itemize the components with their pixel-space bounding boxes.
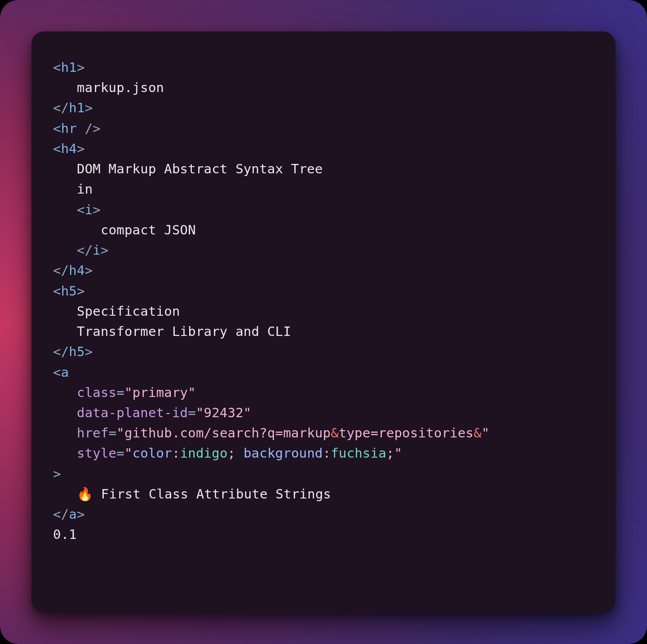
code-line: </h1> xyxy=(53,100,93,115)
gradient-frame: <h1> markup.json </h1> <hr /> <h4> DOM M… xyxy=(0,0,647,644)
token-p: < xyxy=(53,60,61,75)
token-tg: h4 xyxy=(61,141,77,156)
code-line: 🔥 First Class Attribute Strings xyxy=(53,486,331,502)
token-p: > xyxy=(77,283,85,299)
token-tx: markup.json xyxy=(77,80,164,95)
code-line: </h4> xyxy=(53,263,93,278)
token-tg: h5 xyxy=(61,283,77,299)
indent xyxy=(53,304,77,319)
token-st: " xyxy=(124,446,133,461)
code-line: DOM Markup Abstract Syntax Tree xyxy=(53,161,323,176)
code-block: <h1> markup.json </h1> <hr /> <h4> DOM M… xyxy=(53,57,594,545)
code-line: </a> xyxy=(53,507,85,522)
indent xyxy=(53,425,77,441)
token-p: > xyxy=(85,100,93,115)
code-line: </h5> xyxy=(53,344,93,359)
code-line: compact JSON xyxy=(53,222,196,238)
token-tx: compact JSON xyxy=(101,222,196,238)
token-st: ;" xyxy=(386,446,402,461)
token-p: = xyxy=(109,425,117,441)
code-line: data-planet-id="92432" xyxy=(53,405,252,420)
token-p: > xyxy=(85,263,93,278)
indent xyxy=(53,486,77,502)
token-st: " xyxy=(482,425,490,441)
token-st: ; xyxy=(228,446,244,461)
token-tx: in xyxy=(77,181,93,197)
token-p: > xyxy=(101,243,109,258)
indent xyxy=(53,385,77,400)
token-at: class xyxy=(77,385,116,400)
token-p: </ xyxy=(53,100,69,115)
token-p: > xyxy=(77,141,85,156)
indent xyxy=(53,446,77,461)
token-nm: 0.1 xyxy=(53,527,77,542)
code-line: class="primary" xyxy=(53,385,196,400)
token-tx: DOM Markup Abstract Syntax Tree xyxy=(77,161,323,176)
code-line: markup.json xyxy=(53,80,164,95)
indent xyxy=(53,80,77,95)
code-line: > xyxy=(53,466,61,481)
indent xyxy=(53,181,77,197)
indent xyxy=(53,324,77,339)
token-tg: h4 xyxy=(69,263,84,278)
canvas: <h1> markup.json </h1> <hr /> <h4> DOM M… xyxy=(0,0,647,644)
token-tg: h5 xyxy=(69,344,84,359)
indent xyxy=(53,161,77,176)
code-line: <a xyxy=(53,365,69,380)
token-tg: a xyxy=(69,507,77,522)
token-tg: i xyxy=(85,202,93,217)
indent xyxy=(53,222,101,238)
token-p: = xyxy=(116,446,124,461)
token-am: & xyxy=(331,425,339,441)
token-p: = xyxy=(188,405,196,420)
code-line: <h5> xyxy=(53,283,85,299)
indent xyxy=(53,202,77,217)
code-line: <hr /> xyxy=(53,121,101,136)
token-st: github.com/search?q=markup xyxy=(124,425,331,441)
token-tx: Specification xyxy=(77,304,180,319)
token-tg: hr xyxy=(61,121,77,136)
token-st: : xyxy=(323,446,331,461)
token-tg: a xyxy=(61,365,69,380)
token-p: < xyxy=(53,283,61,299)
token-at: style xyxy=(77,446,116,461)
code-line: style="color:indigo; background:fuchsia;… xyxy=(53,446,402,461)
code-line: <h4> xyxy=(53,141,85,156)
token-p: < xyxy=(53,141,61,156)
token-am: & xyxy=(474,425,482,441)
token-p: > xyxy=(85,344,93,359)
token-kv: fuchsia xyxy=(331,446,386,461)
token-st: " xyxy=(116,425,124,441)
token-tx: 🔥 First Class Attribute Strings xyxy=(77,486,331,502)
token-st: : xyxy=(172,446,180,461)
code-line: 0.1 xyxy=(53,527,77,542)
code-line: <i> xyxy=(53,202,101,217)
token-p: /> xyxy=(77,121,101,136)
code-line: <h1> xyxy=(53,60,85,75)
token-tg: i xyxy=(93,243,101,258)
code-line: </i> xyxy=(53,243,109,258)
token-st: "primary" xyxy=(124,385,196,400)
token-tg: h1 xyxy=(69,100,84,115)
code-line: Specification xyxy=(53,304,180,319)
indent xyxy=(53,243,77,258)
token-p: > xyxy=(77,507,85,522)
token-p: < xyxy=(53,365,61,380)
token-p: </ xyxy=(53,344,69,359)
token-kk: background xyxy=(244,446,323,461)
token-st: type=repositories xyxy=(339,425,474,441)
token-tx: Transformer Library and CLI xyxy=(77,324,291,339)
token-p: > xyxy=(53,466,61,481)
token-at: data-planet-id xyxy=(77,405,188,420)
code-line: href="github.com/search?q=markup&type=re… xyxy=(53,425,489,441)
token-kk: color xyxy=(133,446,172,461)
code-line: Transformer Library and CLI xyxy=(53,324,291,339)
token-p: > xyxy=(77,60,85,75)
token-p: = xyxy=(116,385,124,400)
indent xyxy=(53,405,77,420)
token-kv: indigo xyxy=(180,446,228,461)
token-st: "92432" xyxy=(196,405,252,420)
token-p: < xyxy=(53,121,61,136)
token-p: < xyxy=(77,202,85,217)
token-p: </ xyxy=(77,243,93,258)
